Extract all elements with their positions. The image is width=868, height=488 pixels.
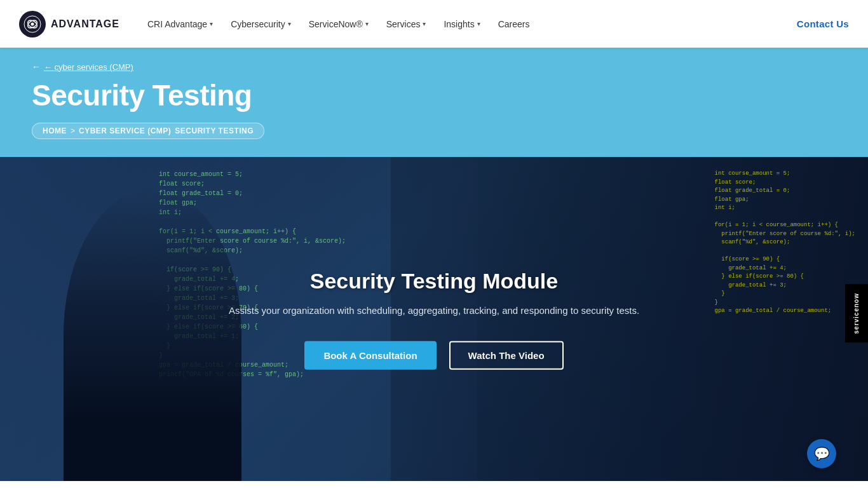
chat-icon: 💬 (814, 446, 830, 461)
watch-video-button[interactable]: Watch The Video (449, 341, 564, 369)
nav-item-cybersecurity[interactable]: Cybersecurity ▾ (222, 13, 300, 36)
hero-section: int course_amount = 5; float score; floa… (0, 157, 868, 481)
nav-item-servicenow[interactable]: ServiceNow® ▾ (300, 13, 377, 36)
navbar-left: ADVANTAGE CRI Advantage ▾ Cybersecurity … (19, 11, 538, 37)
breadcrumb-current: SECURITY TESTING (175, 126, 254, 135)
servicenow-tab-label: servicenow (853, 293, 860, 334)
nav-item-services[interactable]: Services ▾ (377, 13, 435, 36)
back-link[interactable]: ← ← cyber services (CMP) (32, 62, 836, 72)
logo-icon (19, 11, 46, 37)
breadcrumb: HOME > CYBER SERVICE (CMP) SECURITY TEST… (32, 123, 264, 139)
page-header: ← ← cyber services (CMP) Security Testin… (0, 48, 868, 157)
chevron-down-icon: ▾ (365, 20, 369, 27)
back-arrow-icon: ← (32, 62, 41, 72)
nav-item-insights[interactable]: Insights ▾ (435, 13, 489, 36)
breadcrumb-home[interactable]: HOME (43, 126, 67, 135)
hero-title: Security Testing Module (212, 269, 656, 294)
servicenow-tab[interactable]: servicenow (845, 284, 868, 342)
svg-point-3 (31, 22, 34, 25)
hero-buttons: Book A Consultation Watch The Video (212, 341, 656, 369)
chevron-down-icon: ▾ (423, 20, 426, 27)
logo[interactable]: ADVANTAGE (19, 11, 119, 37)
page-title: Security Testing (32, 78, 836, 112)
breadcrumb-separator: > (71, 126, 75, 135)
book-consultation-button[interactable]: Book A Consultation (304, 341, 436, 369)
chevron-down-icon: ▾ (288, 20, 291, 27)
contact-us-button[interactable]: Contact Us (797, 18, 849, 29)
chevron-down-icon: ▾ (210, 20, 213, 27)
nav-links: CRI Advantage ▾ Cybersecurity ▾ ServiceN… (139, 13, 539, 36)
navbar: ADVANTAGE CRI Advantage ▾ Cybersecurity … (0, 0, 868, 48)
breadcrumb-parent[interactable]: CYBER SERVICE (CMP) (79, 126, 171, 135)
logo-text: ADVANTAGE (51, 18, 119, 30)
chat-button[interactable]: 💬 (807, 439, 836, 468)
nav-item-cri[interactable]: CRI Advantage ▾ (139, 13, 222, 36)
hero-content: Security Testing Module Assists your org… (212, 269, 656, 370)
nav-item-careers[interactable]: Careers (489, 13, 539, 36)
hero-subtitle: Assists your organization with schedulin… (212, 304, 656, 318)
chevron-down-icon: ▾ (477, 20, 480, 27)
